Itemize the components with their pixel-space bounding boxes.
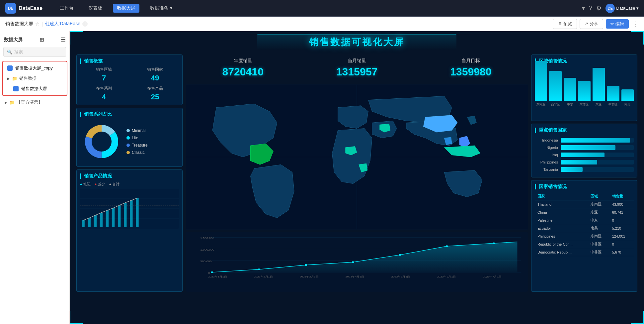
svg-point-33 [305, 264, 307, 266]
table-row: China东亚60,741 [535, 208, 634, 216]
svg-point-36 [446, 245, 448, 247]
prod-legend-3: ● 合计 [109, 182, 120, 187]
hbar-track-tanzania [561, 167, 634, 172]
hbar-philippines: Philippines [535, 160, 634, 164]
svg-rect-12 [106, 210, 109, 227]
svg-text:2023年5月1日: 2023年5月1日 [391, 275, 410, 278]
svg-rect-13 [112, 208, 115, 227]
dropdown-arrow-icon[interactable]: ▾ [582, 5, 585, 12]
svg-rect-11 [100, 213, 103, 227]
kpi-annual-value: 8720410 [222, 66, 264, 78]
nav-dashboard[interactable]: 仪表板 [84, 4, 106, 13]
bar-label-dongya: 东亚 [596, 102, 602, 107]
kpi-annual-label: 年度销量 [222, 58, 264, 64]
svg-point-35 [399, 254, 401, 256]
sidebar-add-icon[interactable]: ⊞ [40, 37, 44, 43]
center-panel: 年度销量 8720410 当月销量 1315957 当月目标 1359980 [186, 54, 528, 292]
svg-text:2023年1月1日: 2023年1月1日 [208, 275, 227, 278]
hbar-track-nigeria [561, 145, 634, 150]
corner-br [631, 311, 644, 324]
bar-rect-xifei [549, 71, 561, 101]
legend-dot-classic [126, 151, 130, 154]
kpi-annual: 年度销量 8720410 [222, 58, 264, 78]
product-title: 销售产品情况 [80, 173, 179, 179]
th-region: 区域 [588, 192, 609, 200]
dashboard-content-row: 销售概览 销售区域 7 销售国家 49 在售系列 4 [70, 54, 644, 295]
product-chart-area [80, 189, 179, 229]
dashboard-area: 销售数据可视化大屏 销售概览 销售区域 7 销售国家 49 [70, 31, 644, 324]
more-menu-icon[interactable]: ⋮ [633, 20, 639, 28]
product-legend: ● 笔记 ● 减少 ● 合计 [80, 182, 179, 187]
td-country: Democratic Republi... [535, 248, 588, 256]
sidebar-folder-sales[interactable]: ▶ 📁 销售数据 [3, 73, 67, 83]
share-icon: ↗ [585, 21, 588, 26]
ov-active-products: 在售产品 25 [131, 86, 179, 101]
donut-container: Minimal Lite Treasure [80, 120, 179, 163]
hbar-label-iraq: Iraq [535, 153, 558, 157]
nav-datascreen[interactable]: 数据大屏 [113, 4, 139, 13]
screen-icon [13, 86, 19, 91]
legend-label-treasure: Treasure [132, 143, 148, 148]
folder-sales-label: 销售数据 [19, 75, 37, 81]
user-avatar: DE [605, 4, 615, 13]
ov-sales-country-value: 49 [131, 74, 179, 82]
legend-label-classic: Classic [132, 150, 145, 155]
share-button[interactable]: ↗ 分享 [580, 19, 603, 29]
nav-workbench[interactable]: 工作台 [56, 4, 78, 13]
sidebar: 数据大屏 ⊞ ☰ 🔍 搜索 销售数据大屏_copy ▶ 📁 销售数据 销售数据大… [0, 31, 70, 324]
preview-button[interactable]: 🖥 预览 [553, 19, 577, 29]
sidebar-search-box[interactable]: 🔍 搜索 [3, 47, 66, 57]
svg-text:1,500,000: 1,500,000 [200, 237, 214, 239]
svg-rect-8 [82, 220, 85, 227]
sidebar-view-icon[interactable]: ☰ [61, 37, 65, 43]
legend-treasure: Treasure [126, 143, 148, 148]
svg-text:500,000: 500,000 [200, 260, 211, 263]
bar-rect-nanmei [621, 89, 634, 101]
kpi-monthly-label: 当月销量 [336, 58, 378, 64]
td-country: Ecuador [535, 224, 588, 232]
svg-text:0: 0 [208, 271, 210, 274]
table-header-row: 国家 区域 销售量 [535, 192, 634, 200]
help-icon[interactable]: ? [589, 5, 592, 12]
hbar-label-philippines: Philippines [535, 160, 558, 164]
bar-dongfei: 东非区 [578, 81, 590, 107]
info-icon[interactable]: i [82, 21, 88, 27]
region-title: 区域销售情况 [535, 58, 634, 64]
sidebar-item-copy[interactable]: 销售数据大屏_copy [3, 63, 67, 73]
monitor-icon: 🖥 [558, 21, 562, 26]
svg-text:2023年3月1日: 2023年3月1日 [300, 275, 319, 278]
sidebar-header: 数据大屏 ⊞ ☰ [0, 34, 69, 46]
th-country: 国家 [535, 192, 588, 200]
td-region: 东南亚 [588, 200, 609, 208]
nav-dataprep[interactable]: 数据准备 ▾ [146, 4, 176, 13]
sidebar-folder-official[interactable]: ▶ 📁 【官方演示】 [0, 97, 69, 107]
user-button[interactable]: DE DataEase ▾ [605, 4, 639, 13]
svg-text:2023年7月1日: 2023年7月1日 [483, 275, 502, 278]
td-sales: 124,001 [609, 232, 634, 240]
td-sales: 43,900 [609, 200, 634, 208]
key-countries-panel: 重点销售国家 Indonesia Nigeria [531, 124, 637, 177]
folder-official-label: 【官方演示】 [17, 99, 42, 105]
timeline-chart: 1,500,000 1,000,000 500,000 0 [186, 232, 528, 292]
sidebar-item-screen[interactable]: 销售数据大屏 [3, 83, 67, 94]
overview-grid: 销售区域 7 销售国家 49 在售系列 4 在售产品 [80, 67, 179, 101]
expand-icon: ▶ [7, 77, 10, 80]
breadcrumb-title: 销售数据大屏 [5, 21, 33, 27]
active-group: 销售数据大屏_copy ▶ 📁 销售数据 销售数据大屏 [2, 61, 67, 96]
settings-icon[interactable]: ⚙ [596, 5, 602, 12]
td-region: 中东 [588, 216, 609, 224]
bar-label-nanmei: 南美 [624, 102, 630, 107]
ov-sales-country: 销售国家 49 [131, 67, 179, 82]
edit-button[interactable]: ✏ 编辑 [606, 19, 629, 29]
sidebar-item-copy-label: 销售数据大屏_copy [15, 65, 53, 71]
bar-zhongdong: 中东 [564, 78, 576, 107]
legend-label-minimal: Minimal [132, 128, 145, 133]
overview-title: 销售概览 [80, 58, 179, 64]
subbar-actions: 🖥 预览 ↗ 分享 ✏ 编辑 ⋮ [553, 19, 639, 29]
legend-classic: Classic [126, 150, 148, 155]
svg-point-32 [258, 269, 260, 270]
hbar-fill-iraq [561, 153, 604, 157]
hbar-label-tanzania: Tanzania [535, 167, 558, 171]
svg-rect-14 [118, 205, 121, 227]
star-icon[interactable]: ☆ [35, 21, 40, 27]
